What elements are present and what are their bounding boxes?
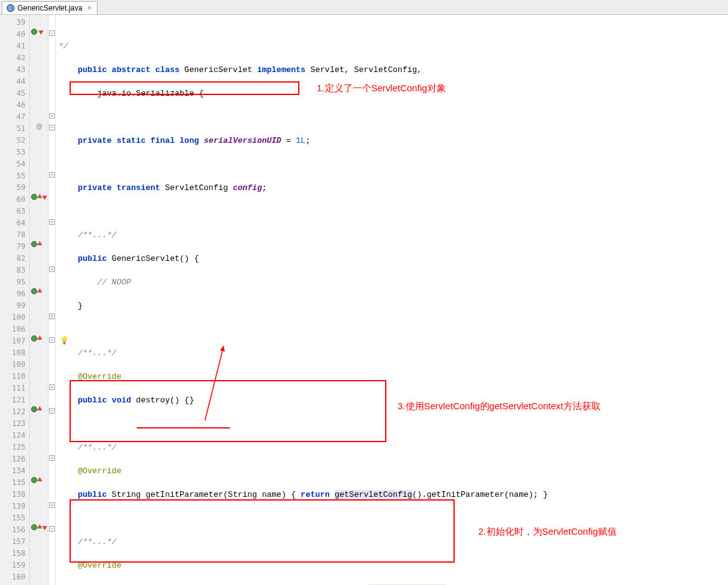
arrow-up-icon [37, 406, 42, 410]
line-number: 43 [0, 64, 25, 76]
line-number: 156 [0, 524, 25, 536]
line-number: 155 [0, 512, 25, 524]
code-line: public void destroy() {} [56, 394, 728, 406]
line-number: 45 [0, 88, 25, 99]
line-number: 59 [0, 182, 25, 194]
arrow-down-icon [39, 30, 43, 35]
line-number: 54 [0, 158, 25, 170]
code-line: @Override [56, 560, 728, 571]
override-marker-icon [31, 241, 37, 247]
line-number: 157 [0, 536, 25, 548]
code-area[interactable]: 💡 */ public abstract class GenericServle… [56, 15, 728, 585]
line-number: 99 [0, 300, 25, 312]
line-number: 64 [0, 217, 25, 229]
code-line: */ [56, 40, 728, 52]
line-number: 53 [0, 147, 25, 158]
line-number: 110 [0, 371, 25, 383]
override-marker-icon [31, 335, 37, 342]
line-number: 138 [0, 489, 25, 501]
code-line [56, 418, 728, 430]
line-number: 51 [0, 123, 25, 135]
code-line: public abstract class GenericServlet imp… [56, 64, 728, 76]
fold-expand-icon[interactable]: + [49, 266, 55, 272]
fold-collapse-icon[interactable]: − [49, 337, 55, 343]
line-number: 63 [0, 206, 25, 217]
line-number: 134 [0, 465, 25, 477]
line-number: 123 [0, 418, 25, 430]
override-marker-icon [31, 524, 37, 530]
line-number: 95 [0, 276, 25, 288]
line-number: 121 [0, 394, 25, 406]
annotation-box-2 [70, 499, 455, 563]
fold-collapse-icon[interactable]: − [49, 125, 55, 130]
line-number: 160 [0, 571, 25, 583]
arrow-up-icon [37, 335, 42, 340]
line-number: 139 [0, 501, 25, 512]
line-number: 42 [0, 52, 25, 64]
fold-expand-icon[interactable]: + [49, 502, 55, 508]
close-icon[interactable]: × [88, 4, 92, 12]
tab-filename: GenericServlet.java [17, 4, 83, 12]
file-tab[interactable]: C GenericServlet.java × [2, 1, 98, 14]
line-number: 125 [0, 442, 25, 453]
line-number: 124 [0, 430, 25, 442]
lightbulb-icon[interactable]: 💡 [60, 335, 67, 343]
code-line: private static final long serialVersionU… [56, 135, 728, 147]
line-number: 52 [0, 135, 25, 147]
line-number: 100 [0, 312, 25, 324]
override-marker-icon [31, 29, 37, 35]
fold-expand-icon[interactable]: + [49, 314, 55, 319]
fold-expand-icon[interactable]: + [49, 113, 55, 119]
line-number: 83 [0, 265, 25, 276]
override-marker-icon [31, 194, 37, 200]
fold-expand-icon[interactable]: + [49, 219, 55, 225]
line-number: 126 [0, 453, 25, 465]
line-number: 109 [0, 359, 25, 371]
override-marker-icon [31, 477, 37, 483]
marker-gutter: @ [30, 15, 48, 585]
fold-collapse-icon[interactable]: − [49, 408, 55, 414]
code-line: @Override [56, 371, 728, 383]
code-line: /**...*/ [56, 347, 728, 359]
tab-bar: C GenericServlet.java × [0, 0, 728, 15]
svg-text:C: C [9, 5, 13, 11]
code-line [56, 158, 728, 170]
code-line: public GenericServlet() { [56, 253, 728, 265]
fold-expand-icon[interactable]: + [49, 455, 55, 461]
fold-expand-icon[interactable]: + [49, 172, 55, 178]
arrow-down-icon [42, 196, 47, 200]
code-line: /**...*/ [56, 442, 728, 453]
java-class-icon: C [6, 4, 15, 12]
line-number: 55 [0, 170, 25, 182]
line-number: 106 [0, 324, 25, 335]
line-number: 82 [0, 253, 25, 265]
code-line: java.io.Serializable { [56, 88, 728, 99]
code-line: /**...*/ [56, 229, 728, 241]
fold-collapse-icon[interactable]: − [49, 30, 55, 36]
line-number: 122 [0, 406, 25, 418]
code-line: } [56, 300, 728, 312]
line-number: 108 [0, 347, 25, 359]
editor: 3940414243444546475152535455596063647879… [0, 15, 728, 585]
arrow-down-icon [42, 526, 47, 530]
code-line: /**...*/ [56, 536, 728, 548]
override-marker-icon [31, 288, 37, 294]
line-number: 111 [0, 383, 25, 394]
arrow-up-icon [37, 241, 42, 245]
code-line [56, 111, 728, 123]
line-number: 107 [0, 335, 25, 347]
line-number: 46 [0, 99, 25, 111]
arrow-up-icon [37, 288, 42, 292]
line-number: 41 [0, 40, 25, 52]
line-number: 60 [0, 194, 25, 206]
arrow-up-icon [37, 194, 42, 198]
fold-expand-icon[interactable]: + [49, 384, 55, 390]
code-line: // NOOP [56, 276, 728, 288]
fold-collapse-icon[interactable]: − [49, 526, 55, 532]
line-number-gutter: 3940414243444546475152535455596063647879… [0, 15, 30, 585]
line-number: 158 [0, 548, 25, 560]
line-number: 78 [0, 229, 25, 241]
line-number: 96 [0, 288, 25, 300]
line-number: 47 [0, 111, 25, 123]
arrow-up-icon [37, 524, 42, 528]
